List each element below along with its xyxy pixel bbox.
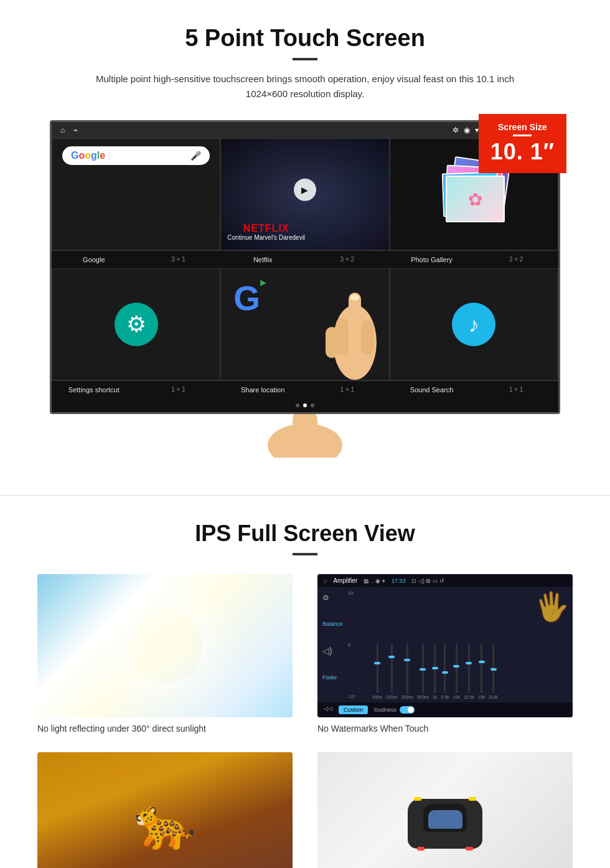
eq-1k: 1k [433,643,437,699]
screen-mockup: Screen Size 10. 1″ ⌂ ⌁ ✲ ◉ ▾ 15:06 ⊡ ◁) … [50,120,560,414]
toggle-thumb [408,707,414,713]
car-body [408,799,482,849]
google-tile[interactable]: Google 🎤 [52,138,220,250]
toggle-track [400,706,415,714]
fader-label: Fader [322,674,343,681]
svg-rect-4 [326,327,338,358]
car-window [428,810,462,829]
sound-search-label: Sound Search [390,385,474,395]
eq-2-5k: 2.5k [441,643,449,699]
dot-2 [303,403,307,407]
settings-label: Settings shortcut [52,385,136,395]
google-label: Google [52,255,136,265]
netflix-label: NETFLIX Continue Marvel's Daredevil [227,223,305,241]
netflix-dim: 3 × 2 [305,255,390,265]
eq-100hz: 100hz [386,643,398,699]
amplifier-image: ⌂ Amplifier ▦ .. ◉ ▾ 17:33 ⊡ ◁) ⊠ ▭ ↺ ⚙ … [317,574,573,717]
title-underline-2 [293,553,317,555]
status-left: ⌂ ⌁ [60,126,78,134]
eq-12-5k: 12.5k [464,643,474,699]
amp-footer: ◁◁ Custom loudness [317,702,573,717]
title-underline-1 [293,58,317,60]
bluetooth-icon: ✲ [453,126,459,134]
eq-sub: SUB [489,643,497,699]
hand-on-eq-overlay: 🖐 [533,589,571,625]
feature-cheetah: 🐆 Super Fast Response [37,752,293,868]
amp-home-icon: ⌂ [324,578,327,584]
feature-car: Large Viewing Angle [317,752,573,868]
google-maps-letter: G▶ [233,279,266,318]
loudness-toggle[interactable]: loudness [374,705,415,714]
car-light-front-left [414,797,421,801]
home-icon[interactable]: ⌂ [60,126,65,134]
dot-3 [311,403,314,407]
play-button[interactable]: ▶ [294,179,316,201]
sound-search-tile[interactable]: ♪ [390,268,558,380]
amp-controls: ⊡ ◁) ⊠ ▭ ↺ [411,578,444,584]
pointing-hand-svg [243,408,367,458]
mic-icon[interactable]: 🎤 [190,151,201,161]
section-touch-screen: 5 Point Touch Screen Multiple point high… [0,0,610,476]
eq-10k: 10k [453,643,460,699]
sunlight-image [37,574,293,717]
settings-dim: 1 × 1 [136,385,221,395]
eq-60hz: 60hz [373,643,382,699]
sunlight-circle [128,608,202,683]
car-roof [423,804,467,832]
usb-icon: ⌁ [73,126,78,134]
netflix-subtitle: Continue Marvel's Daredevil [227,234,305,241]
app-grid-row2: ⚙ G▶ [52,268,558,380]
cheetah-emoji: 🐆 [134,795,196,853]
amp-time: 17:33 [392,578,406,584]
badge-size: 10. 1″ [490,139,555,165]
eq-200hz: 200hz [401,643,413,699]
hand-below-screen [37,408,573,458]
google-dim: 3 × 1 [136,255,221,265]
cheetah-image: 🐆 [37,752,293,868]
sound-search-dim: 1 × 1 [474,385,558,395]
feature-amplifier: ⌂ Amplifier ▦ .. ◉ ▾ 17:33 ⊡ ◁) ⊠ ▭ ↺ ⚙ … [317,574,573,734]
share-location-label: Share location [220,385,305,395]
netflix-brand: NETFLIX [227,223,305,234]
app-labels-row1: Google 3 × 1 Netflix 3 × 2 Photo Gallery… [52,250,558,268]
screen-size-badge: Screen Size 10. 1″ [479,114,566,173]
app-labels-row2: Settings shortcut 1 × 1 Share location 1… [52,380,558,399]
settings-icon: ⚙ [115,303,158,346]
amp-equalizer: 10 0 -10 60hz [348,587,573,702]
netflix-label-text: Netflix [220,255,305,265]
page-indicators [52,399,558,412]
section-divider [0,495,610,496]
google-search-bar[interactable]: Google 🎤 [62,146,210,165]
amp-header: ⌂ Amplifier ▦ .. ◉ ▾ 17:33 ⊡ ◁) ⊠ ▭ ↺ [317,574,573,587]
section1-title: 5 Point Touch Screen [37,25,573,52]
feature-grid: No light reflecting under 360° direct su… [37,574,573,868]
eq-15k: 15k [478,643,485,699]
netflix-tile[interactable]: ▶ NETFLIX Continue Marvel's Daredevil [220,138,389,250]
amp-title: Amplifier [333,577,357,584]
amp-icons: ▦ .. ◉ ▾ [364,578,385,584]
section1-description: Multiple point high-sensitive touchscree… [87,72,523,101]
car-light-rear-right [466,847,473,851]
location-icon: ◉ [464,126,470,134]
svg-point-5 [350,295,359,301]
eq-500hz: 500hz [417,643,429,699]
custom-button[interactable]: Custom [339,705,368,714]
car-image [317,752,573,868]
share-location-dim: 1 × 1 [305,385,390,395]
settings-tile[interactable]: ⚙ [52,268,220,380]
section-ips: IPS Full Screen View No light reflecting… [0,514,610,868]
badge-title: Screen Size [490,122,555,132]
eq-settings-icon: ⚙ [322,593,329,602]
hand-pointer-svg [321,280,389,380]
car-shape [408,799,482,849]
photo-gallery-dim: 2 × 2 [474,255,558,265]
maps-tile[interactable]: G▶ [220,268,389,380]
dot-1 [296,403,299,407]
car-light-rear-left [417,847,425,851]
sunlight-caption: No light reflecting under 360° direct su… [37,724,293,734]
music-note-icon: ♪ [452,303,495,346]
svg-rect-3 [361,321,373,355]
car-light-front-right [469,797,476,801]
loudness-label: loudness [374,707,396,713]
section2-title: IPS Full Screen View [37,521,573,547]
